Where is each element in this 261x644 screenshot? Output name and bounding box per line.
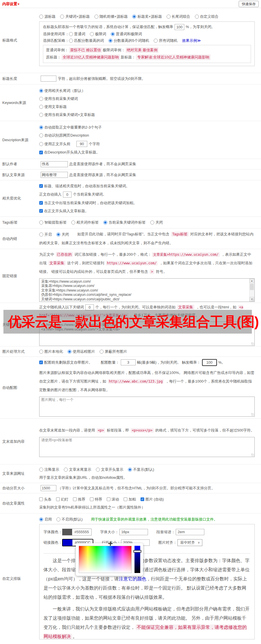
checkbox-icon[interactable] bbox=[73, 497, 77, 501]
radio-icon[interactable] bbox=[39, 233, 43, 237]
radio-icon[interactable] bbox=[39, 517, 43, 521]
link[interactable]: 效果示例≫ bbox=[182, 38, 201, 43]
quick-save-button[interactable]: 快速保存 bbox=[239, 1, 259, 7]
radio-option[interactable]: 分数最高的5个词随机 bbox=[108, 38, 149, 43]
radio-option[interactable]: 相关词作标签 bbox=[71, 220, 99, 225]
radio-icon[interactable] bbox=[71, 220, 75, 224]
inline-input[interactable] bbox=[41, 161, 68, 167]
radio-option[interactable]: 图片本地化 bbox=[39, 349, 63, 354]
radio-option[interactable]: 开启 bbox=[39, 230, 52, 239]
checkbox-option[interactable]: 推荐 bbox=[73, 497, 85, 502]
section-title[interactable]: 内容设置» bbox=[2, 1, 20, 7]
radio-option[interactable]: 源标题 bbox=[39, 14, 56, 19]
radio-option[interactable]: 使用相关长尾词（默认） bbox=[39, 88, 85, 93]
radio-icon[interactable] bbox=[39, 142, 43, 146]
link[interactable]: 注意它的颜色 bbox=[119, 576, 146, 581]
radio-icon[interactable] bbox=[64, 468, 68, 472]
radio-icon[interactable] bbox=[96, 468, 100, 472]
inline-input[interactable] bbox=[41, 485, 56, 491]
checkbox-icon[interactable] bbox=[107, 497, 110, 501]
radio-icon[interactable] bbox=[39, 133, 43, 137]
radio-icon[interactable] bbox=[167, 15, 171, 19]
radio-icon[interactable] bbox=[39, 125, 43, 129]
radio-icon[interactable] bbox=[69, 32, 73, 36]
radio-option[interactable]: 自动提取正文中最重要的2-3个句子 bbox=[39, 125, 102, 130]
radio-option[interactable]: 标题党+源标题 bbox=[132, 14, 162, 19]
radio-option[interactable]: 普通词 bbox=[69, 31, 85, 37]
checkbox-icon[interactable]: ✓ bbox=[39, 209, 43, 213]
checkbox-icon[interactable] bbox=[56, 497, 60, 501]
radio-icon[interactable] bbox=[103, 220, 107, 224]
font-size-input[interactable] bbox=[119, 529, 148, 535]
checkbox-option[interactable]: 滚动 bbox=[107, 497, 119, 502]
radio-option[interactable]: 文章末尾显示 bbox=[64, 467, 91, 472]
radio-icon[interactable] bbox=[132, 15, 136, 19]
resize-handle-icon[interactable] bbox=[251, 454, 254, 456]
saturation-field[interactable] bbox=[79, 546, 132, 573]
radio-icon[interactable] bbox=[150, 220, 154, 224]
radio-option[interactable]: 随机前缀+源标题 bbox=[94, 14, 128, 19]
radio-icon[interactable] bbox=[39, 97, 43, 101]
radio-icon[interactable] bbox=[39, 105, 43, 109]
radio-icon[interactable] bbox=[39, 113, 43, 117]
radio-option[interactable]: 屏蔽所有图片 bbox=[100, 349, 127, 354]
checkbox-option[interactable]: 头条 bbox=[39, 497, 52, 502]
radio-option[interactable]: 当前采集关键词作标签 bbox=[103, 220, 146, 225]
resize-handle-icon[interactable] bbox=[251, 342, 254, 345]
checkbox-option[interactable]: ✓在正文开头插入文章标题。 bbox=[39, 208, 89, 214]
radio-icon[interactable] bbox=[56, 517, 60, 521]
radio-option[interactable]: 不启用(默认) bbox=[56, 517, 83, 522]
inline-input[interactable] bbox=[76, 141, 87, 147]
radio-option[interactable]: 极限词 bbox=[90, 31, 106, 37]
inline-input[interactable] bbox=[63, 192, 72, 198]
radio-option[interactable]: 使用文章标题 bbox=[39, 104, 67, 109]
radio-option[interactable]: 普通词和极限词 bbox=[111, 31, 142, 37]
radio-icon[interactable] bbox=[39, 350, 43, 354]
radio-option[interactable]: 长尾词组合 bbox=[167, 14, 190, 19]
radio-icon[interactable] bbox=[90, 32, 94, 36]
checkbox-option[interactable]: 幻灯 bbox=[56, 497, 68, 502]
link-color-swatch[interactable] bbox=[63, 539, 72, 546]
inline-input[interactable] bbox=[202, 359, 217, 366]
scrollbar-thumb[interactable] bbox=[250, 284, 254, 290]
inline-input[interactable] bbox=[121, 359, 136, 365]
radio-option[interactable]: 使用当前采集关键词+文章标题 bbox=[39, 112, 95, 117]
radio-icon[interactable] bbox=[100, 350, 104, 354]
checkbox-option[interactable]: ✓配图前先删除原文自带图片。 bbox=[39, 360, 92, 365]
radio-icon[interactable] bbox=[68, 350, 72, 354]
checkbox-icon[interactable] bbox=[39, 497, 43, 501]
checkbox-option[interactable]: ✓图片 (自动) bbox=[141, 497, 164, 502]
radio-icon[interactable] bbox=[108, 39, 112, 43]
radio-option[interactable]: 注释显示 bbox=[39, 467, 59, 472]
checkbox-icon[interactable]: ✓ bbox=[39, 151, 43, 154]
radio-option[interactable]: 使用远程图片 bbox=[68, 349, 95, 354]
radio-option[interactable]: 关闭 bbox=[150, 220, 163, 225]
radio-option[interactable]: 使用正文开头前 bbox=[39, 141, 70, 147]
radio-option[interactable]: 自定义组合 bbox=[195, 14, 219, 19]
checkbox-option[interactable]: ✓在Description开头插入文章标题。 bbox=[39, 150, 100, 155]
scrollbar[interactable]: ▲ ▼ bbox=[249, 279, 254, 302]
resize-handle-icon[interactable] bbox=[251, 298, 254, 301]
checkbox-option[interactable]: ✓标题、描述相关度低时，自动添加当前采集关键词。 bbox=[39, 184, 130, 189]
radio-option[interactable]: 匹配分数最高的词 bbox=[69, 38, 104, 43]
radio-icon[interactable] bbox=[195, 15, 199, 19]
checkbox-option[interactable]: ✓当正文中出现当前采集关键词时，自动把该关键词加粗。 bbox=[39, 200, 137, 206]
append-content-textarea[interactable] bbox=[39, 437, 255, 457]
inline-input[interactable] bbox=[85, 304, 94, 310]
radio-option[interactable]: 所有词随机 bbox=[154, 38, 177, 43]
checkbox-icon[interactable]: ✓ bbox=[39, 201, 43, 205]
checkbox-option[interactable]: 加粗 bbox=[124, 497, 136, 502]
checkbox-option[interactable]: 特荐 bbox=[90, 497, 102, 502]
radio-option[interactable]: 关闭 bbox=[56, 230, 69, 239]
font-color-picker-field[interactable]: #555555 bbox=[62, 529, 92, 535]
radio-icon[interactable] bbox=[39, 468, 43, 472]
inline-input[interactable] bbox=[41, 172, 68, 178]
radio-icon[interactable] bbox=[56, 233, 60, 237]
keyword-density-textarea[interactable]: <a href='https://www.ucaiyun.com/'>采集器</… bbox=[39, 322, 255, 346]
radio-icon[interactable] bbox=[111, 32, 115, 36]
radio-option[interactable]: 不显示(默认) bbox=[128, 467, 154, 472]
scroll-up-icon[interactable]: ▲ bbox=[250, 279, 254, 283]
radio-icon[interactable] bbox=[39, 220, 43, 224]
radio-option[interactable]: 文章开头显示 bbox=[96, 467, 123, 472]
fixed-link-textarea[interactable]: 采集>https://www.ucaiyun.com/ 采集器>https://… bbox=[39, 278, 255, 302]
